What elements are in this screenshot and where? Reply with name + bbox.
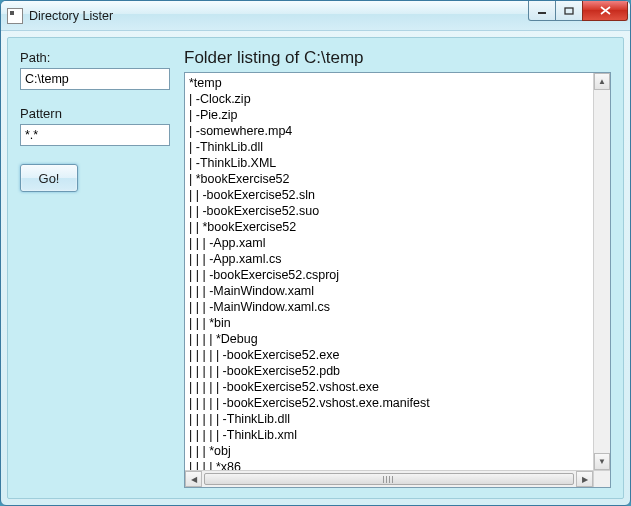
close-button[interactable] — [582, 1, 628, 21]
close-icon — [600, 6, 611, 15]
content-panel: Path: Pattern Go! Folder listing of C:\t… — [7, 37, 624, 499]
scroll-right-button[interactable]: ▶ — [576, 471, 593, 487]
client-area: Path: Pattern Go! Folder listing of C:\t… — [1, 31, 630, 505]
go-button[interactable]: Go! — [20, 164, 78, 192]
scroll-left-button[interactable]: ◀ — [185, 471, 202, 487]
titlebar[interactable]: Directory Lister — [1, 1, 630, 31]
scroll-down-button[interactable]: ▼ — [594, 453, 610, 470]
maximize-icon — [564, 7, 574, 15]
listing-heading: Folder listing of C:\temp — [184, 48, 611, 68]
app-window: Directory Lister Path: Pattern Go! F — [0, 0, 631, 506]
minimize-icon — [537, 7, 547, 15]
controls-panel: Path: Pattern Go! — [20, 48, 170, 488]
svg-rect-1 — [565, 8, 573, 14]
listing-text[interactable]: *temp | -Clock.zip | -Pie.zip | -somewhe… — [185, 73, 593, 470]
app-icon — [7, 8, 23, 24]
svg-rect-0 — [538, 12, 546, 14]
hscroll-thumb[interactable] — [204, 473, 574, 485]
vertical-scrollbar[interactable]: ▲ ▼ — [593, 73, 610, 470]
maximize-button[interactable] — [555, 1, 583, 21]
hscroll-track[interactable] — [202, 471, 576, 487]
pattern-label: Pattern — [20, 106, 170, 121]
scroll-corner — [593, 470, 610, 487]
results-panel: Folder listing of C:\temp *temp | -Clock… — [184, 48, 611, 488]
window-controls — [529, 1, 628, 21]
listing-box: *temp | -Clock.zip | -Pie.zip | -somewhe… — [184, 72, 611, 488]
pattern-input[interactable] — [20, 124, 170, 146]
scroll-up-button[interactable]: ▲ — [594, 73, 610, 90]
minimize-button[interactable] — [528, 1, 556, 21]
path-input[interactable] — [20, 68, 170, 90]
grip-icon — [383, 476, 395, 483]
path-label: Path: — [20, 50, 170, 65]
horizontal-scrollbar[interactable]: ◀ ▶ — [185, 470, 593, 487]
